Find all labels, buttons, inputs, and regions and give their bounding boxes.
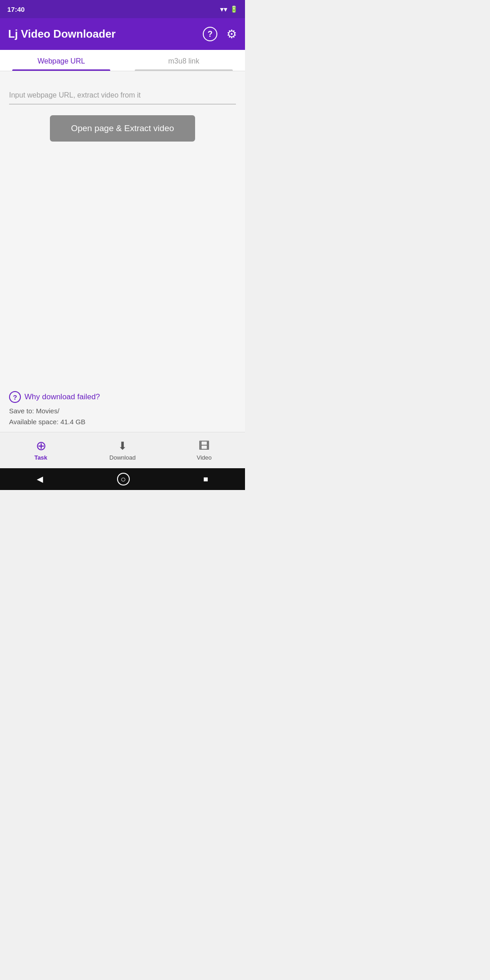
bottom-info: ? Why download failed? Save to: Movies/ … [0,385,245,432]
wifi-icon: ▾▾ [220,5,227,14]
available-space-text: Available space: 41.4 GB [9,416,236,427]
status-icons: ▾▾ 🔋 [220,5,238,14]
nav-video[interactable]: 🎞 Video [163,432,245,468]
task-label: Task [34,454,48,461]
back-button[interactable]: ◀ [37,474,43,484]
download-icon: ⬇ [118,440,127,452]
android-nav-bar: ◀ ○ ■ [0,468,245,490]
help-icon[interactable]: ? [203,27,217,41]
status-bar: 17:40 ▾▾ 🔋 [0,0,245,18]
video-icon: 🎞 [199,440,210,452]
home-button[interactable]: ○ [117,473,130,485]
url-input-wrapper [9,89,236,104]
task-icon: ⊕ [36,440,46,452]
url-input[interactable] [9,89,236,101]
app-wrapper: 17:40 ▾▾ 🔋 Lj Video Downloader ? ⚙ Webpa… [0,0,245,490]
status-time: 17:40 [7,5,24,13]
save-to-text: Save to: Movies/ [9,406,236,416]
why-failed-icon: ? [9,391,21,403]
bottom-nav: ⊕ Task ⬇ Download 🎞 Video [0,432,245,468]
battery-icon: 🔋 [230,5,238,13]
settings-icon[interactable]: ⚙ [226,27,237,41]
content-area: Open page & Extract video ? Why download… [0,71,245,468]
nav-task[interactable]: ⊕ Task [0,432,82,468]
extract-button[interactable]: Open page & Extract video [50,115,195,142]
tab-m3u8-link[interactable]: m3u8 link [122,50,245,71]
app-title: Lj Video Downloader [8,28,116,40]
tab-bar: Webpage URL m3u8 link [0,50,245,71]
video-label: Video [196,454,211,461]
app-bar: Lj Video Downloader ? ⚙ [0,18,245,50]
main-content: Open page & Extract video [0,71,245,385]
why-failed-link[interactable]: ? Why download failed? [9,391,236,403]
nav-download[interactable]: ⬇ Download [82,432,163,468]
download-label: Download [109,454,136,461]
app-bar-actions: ? ⚙ [203,27,237,41]
why-failed-text: Why download failed? [24,392,100,402]
tab-webpage-url[interactable]: Webpage URL [0,50,122,71]
recent-button[interactable]: ■ [203,475,208,484]
